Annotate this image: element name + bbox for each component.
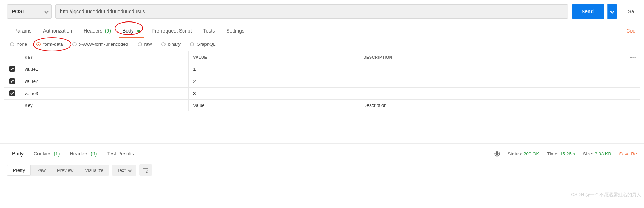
tab-authorization[interactable]: Authorization (37, 24, 78, 37)
cell-value-placeholder[interactable]: Value (189, 100, 359, 111)
status-meta: Status:200 OK (508, 151, 539, 157)
cookies-link[interactable]: Coo (626, 24, 635, 37)
radio-icon (10, 42, 14, 46)
url-input[interactable]: http://jgcdduudddduudduudduuddusus (55, 4, 568, 19)
request-tabs: Params Authorization Headers (9) Body Pr… (0, 21, 644, 37)
headers-count: (9) (105, 28, 111, 34)
radio-icon (161, 42, 166, 46)
cell-desc[interactable] (359, 88, 640, 100)
radio-graphql[interactable]: GraphQL (190, 41, 215, 47)
radio-none[interactable]: none (10, 41, 27, 47)
chevron-down-icon (610, 9, 614, 13)
col-key: KEY (20, 51, 189, 63)
radio-icon (138, 42, 142, 46)
wrap-lines-button[interactable] (139, 164, 152, 176)
chevron-down-icon (128, 168, 132, 172)
rtab-tests[interactable]: Test Results (102, 147, 139, 160)
table-row[interactable]: value3 3 (4, 88, 640, 100)
bulk-edit-icon[interactable]: ••• (630, 55, 637, 59)
wrap-icon (142, 168, 149, 173)
checkbox-icon[interactable] (9, 78, 15, 84)
radio-icon (190, 42, 194, 46)
body-type-radios: none form-data x-www-form-urlencoded raw… (0, 37, 644, 51)
checkbox-icon[interactable] (9, 66, 15, 72)
table-row[interactable]: value2 2 (4, 75, 640, 88)
checkbox-icon[interactable] (9, 90, 15, 96)
rtab-cookies[interactable]: Cookies (1) (29, 147, 65, 160)
table-row[interactable]: value1 1 (4, 63, 640, 75)
format-select[interactable]: Text (112, 165, 136, 176)
save-response-button[interactable]: Save Re (619, 151, 637, 157)
size-meta: Size:3.08 KB (583, 151, 611, 157)
tab-prerequest[interactable]: Pre-request Script (146, 24, 198, 37)
col-value: VALUE (189, 51, 359, 63)
view-pretty[interactable]: Pretty (7, 165, 31, 176)
rtab-body[interactable]: Body (7, 147, 29, 160)
save-button[interactable]: Sa (625, 4, 637, 19)
view-raw[interactable]: Raw (31, 165, 51, 176)
cell-value[interactable]: 3 (189, 88, 359, 100)
cell-key[interactable]: value1 (20, 63, 189, 75)
view-mode-segment: Pretty Raw Preview Visualize (7, 165, 109, 176)
response-tabs: Body Cookies (1) Headers (9) Test Result… (0, 144, 644, 160)
cell-desc[interactable] (359, 75, 640, 88)
send-button[interactable]: Send (572, 4, 604, 19)
form-data-table: KEY VALUE DESCRIPTION ••• value1 1 value… (4, 51, 640, 111)
cell-value[interactable]: 1 (189, 63, 359, 75)
radio-icon (72, 42, 77, 46)
globe-icon[interactable] (494, 151, 500, 157)
cell-key[interactable]: value3 (20, 88, 189, 100)
cell-key[interactable]: value2 (20, 75, 189, 88)
tab-tests[interactable]: Tests (198, 24, 221, 37)
tab-params[interactable]: Params (9, 24, 37, 37)
send-dropdown-button[interactable] (607, 4, 617, 19)
tab-headers[interactable]: Headers (9) (78, 24, 117, 37)
cell-key-placeholder[interactable]: Key (20, 100, 189, 111)
url-value: http://jgcdduudddduudduudduuddusus (60, 9, 145, 14)
radio-urlencoded[interactable]: x-www-form-urlencoded (72, 41, 128, 47)
radio-icon (36, 42, 41, 46)
radio-form-data[interactable]: form-data (36, 41, 63, 47)
cell-desc-placeholder[interactable]: Description (359, 100, 640, 111)
method-select[interactable]: POST (7, 4, 52, 19)
cell-value[interactable]: 2 (189, 75, 359, 88)
tab-settings[interactable]: Settings (220, 24, 250, 37)
radio-raw[interactable]: raw (138, 41, 152, 47)
view-visualize[interactable]: Visualize (79, 165, 109, 176)
time-meta: Time:15.26 s (547, 151, 575, 157)
tab-body[interactable]: Body (117, 24, 146, 37)
col-desc: DESCRIPTION ••• (359, 51, 640, 63)
col-check (4, 51, 20, 63)
radio-binary[interactable]: binary (161, 41, 181, 47)
chevron-down-icon (44, 9, 48, 13)
response-view-bar: Pretty Raw Preview Visualize Text (0, 160, 644, 180)
cell-desc[interactable] (359, 63, 640, 75)
method-value: POST (12, 9, 25, 14)
view-preview[interactable]: Preview (51, 165, 79, 176)
rtab-headers[interactable]: Headers (9) (65, 147, 102, 160)
body-indicator-dot (137, 30, 140, 33)
table-row-new[interactable]: Key Value Description (4, 100, 640, 111)
